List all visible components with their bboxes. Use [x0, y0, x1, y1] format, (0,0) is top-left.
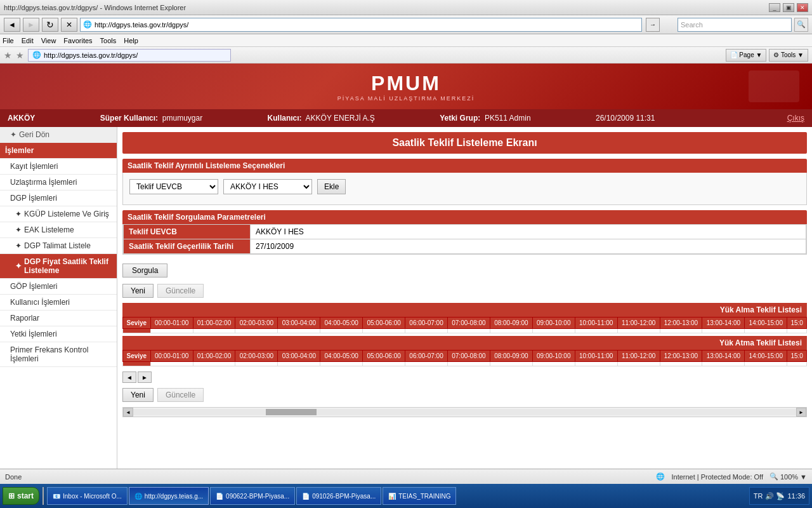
td-seviye-alma [123, 329, 151, 333]
yuk-atma-table: Seviye 00:00-01:00 01:00-02:00 02:00-03:… [122, 350, 807, 366]
td-atma-1 [193, 362, 235, 366]
th-atma-0000: 00:00-01:00 [150, 351, 193, 362]
back-icon: ✦ [10, 130, 16, 139]
guncelle-button-2[interactable]: Güncelle [157, 388, 204, 402]
th-atma-1300: 13:00-14:00 [702, 351, 745, 362]
menu-help[interactable]: Help [124, 37, 138, 44]
td-atma-15 [787, 362, 807, 366]
yeni-button-2[interactable]: Yeni [122, 388, 154, 402]
menu-edit[interactable]: Edit [22, 37, 34, 44]
td-atma-3 [278, 362, 320, 366]
next-arrow-btn[interactable]: ► [138, 371, 152, 383]
sidebar-eak[interactable]: ✦ EAK Listeleme [0, 222, 117, 238]
pmum-title: PMUM [337, 72, 475, 95]
sidebar-primer[interactable]: Primer Frekans Kontrol İşlemleri [0, 342, 117, 367]
sorgula-button[interactable]: Sorgula [122, 264, 167, 277]
guncelle-button-1[interactable]: Güncelle [157, 284, 204, 298]
th-alma-0300: 03:00-04:00 [278, 318, 320, 329]
sidebar-kullanici[interactable]: Kullanıcı İşlemleri [0, 295, 117, 311]
prev-arrow-btn[interactable]: ◄ [122, 371, 136, 383]
address-text: http://dgpys.teias.gov.tr/dgpys/ [95, 21, 188, 29]
th-alma-1400: 14:00-15:00 [745, 318, 787, 329]
yuk-alma-section: Yük Alma Teklif Listesi Seviye 00:00-01:… [122, 303, 807, 333]
info-bar: AKKÖY Süper Kullanıcı: pmumuygar Kullanı… [0, 109, 812, 127]
teklif-uevcb-dropdown[interactable]: Teklif UEVCB [129, 179, 218, 194]
td-atma-4 [320, 362, 363, 366]
th-alma-0800: 08:00-09:00 [490, 318, 532, 329]
params-row-2: Saatlik Teklif Geçerlilik Tarihi 27/10/2… [124, 239, 806, 254]
sidebar-dgp[interactable]: DGP İşlemleri [0, 190, 117, 206]
filter-section-header: Saatlik Teklif Ayrıntılı Listeleme Seçen… [122, 159, 807, 173]
sidebar-fiyat-saatlik[interactable]: ✦ DGP Fiyat Saatlik Teklif Listeleme [0, 254, 117, 279]
sidebar-raporlar[interactable]: Raporlar [0, 311, 117, 326]
th-atma-0500: 05:00-06:00 [363, 351, 405, 362]
ekle-button[interactable]: Ekle [317, 179, 346, 194]
back-btn[interactable]: ◄ [4, 18, 20, 32]
sidebar-kgup[interactable]: ✦ KGÜP Listeleme Ve Giriş [0, 206, 117, 222]
sidebar-talimat[interactable]: ✦ DGP Talimat Listele [0, 238, 117, 254]
minimize-btn[interactable]: _ [769, 3, 780, 12]
sidebar-uzlastirma[interactable]: Uzlaştırma İşlemleri [0, 175, 117, 190]
refresh-btn[interactable]: ↻ [42, 18, 58, 32]
horizontal-scrollbar[interactable]: ◄ ► [122, 407, 807, 417]
main-layout: ✦ Geri Dön İşlemler Kayıt İşlemleri Uzla… [0, 127, 812, 469]
td-alma-8 [490, 329, 532, 333]
th-alma-0200: 02:00-03:00 [235, 318, 278, 329]
td-atma-0 [150, 362, 193, 366]
close-btn[interactable]: ✕ [797, 3, 808, 12]
filter-row: Teklif UEVCB AKKÖY I HES Ekle [129, 179, 800, 194]
params-row-1: Teklif UEVCB AKKÖY I HES [124, 225, 806, 239]
td-atma-14 [745, 362, 787, 366]
scroll-right-btn[interactable]: ► [796, 408, 806, 417]
fiyat-icon: ✦ [15, 262, 22, 271]
window-controls[interactable]: _ ▣ ✕ [769, 3, 808, 12]
bookmarks-bar: ★ ★ 🌐 http://dgpys.teias.gov.tr/dgpys/ 📄… [0, 47, 812, 64]
yeni-button-1[interactable]: Yeni [122, 284, 154, 298]
yuk-atma-header-row: Seviye 00:00-01:00 01:00-02:00 02:00-03:… [123, 351, 807, 362]
search-btn[interactable]: 🔍 [794, 18, 808, 32]
search-area[interactable]: Search [678, 18, 792, 32]
menu-file[interactable]: File [3, 37, 14, 44]
add-favorites[interactable]: ★ [16, 50, 24, 60]
sidebar-kayit[interactable]: Kayıt İşlemleri [0, 159, 117, 175]
kgup-icon: ✦ [15, 210, 22, 218]
td-atma-9 [532, 362, 575, 366]
favorites-star[interactable]: ★ [4, 50, 12, 60]
logout-link[interactable]: Çıkış [787, 114, 804, 123]
menu-bar: File Edit View Favorites Tools Help [0, 34, 812, 47]
stop-btn[interactable]: ✕ [61, 18, 77, 32]
th-alma-1300: 13:00-14:00 [702, 318, 745, 329]
address-bar[interactable]: 🌐 http://dgpys.teias.gov.tr/dgpys/ [80, 18, 642, 32]
tools-btn[interactable]: ⚙ Tools ▼ [769, 49, 808, 62]
go-btn[interactable]: → [646, 18, 660, 32]
page-title-bar: Saatlik Teklif Listeleme Ekranı [122, 132, 807, 154]
menu-tools[interactable]: Tools [100, 37, 117, 44]
th-atma-1400: 14:00-15:00 [745, 351, 787, 362]
th-alma-1200: 12:00-13:00 [660, 318, 702, 329]
param1-label: Teklif UEVCB [124, 225, 251, 239]
th-atma-0600: 06:00-07:00 [405, 351, 448, 362]
td-alma-13 [702, 329, 745, 333]
th-atma-0100: 01:00-02:00 [193, 351, 235, 362]
akkoy-hes-dropdown[interactable]: AKKÖY I HES [223, 179, 312, 194]
yuk-alma-data-row [123, 329, 807, 333]
sidebar-gop[interactable]: GÖP İşlemleri [0, 279, 117, 295]
td-alma-1 [193, 329, 235, 333]
bookmark-url-bar[interactable]: 🌐 http://dgpys.teias.gov.tr/dgpys/ [28, 49, 231, 62]
menu-view[interactable]: View [41, 37, 56, 44]
sidebar-yetki[interactable]: Yetki İşlemleri [0, 326, 117, 342]
filter-section-content: Teklif UEVCB AKKÖY I HES Ekle [122, 173, 807, 205]
td-atma-5 [363, 362, 405, 366]
td-atma-11 [617, 362, 660, 366]
sidebar-back[interactable]: ✦ Geri Dön [0, 127, 117, 143]
th-atma-0700: 07:00-08:00 [448, 351, 490, 362]
td-atma-8 [490, 362, 532, 366]
yuk-alma-header: Yük Alma Teklif Listesi [122, 303, 807, 317]
forward-btn[interactable]: ► [23, 18, 39, 32]
menu-favorites[interactable]: Favorites [63, 37, 92, 44]
scroll-left-btn[interactable]: ◄ [123, 408, 133, 417]
restore-btn[interactable]: ▣ [783, 3, 794, 12]
page-tools-btn[interactable]: 📄 Page ▼ [726, 49, 767, 62]
param2-value: 27/10/2009 [251, 239, 806, 254]
super-user-section: Süper Kullanıcı: pmumuygar [100, 114, 202, 123]
